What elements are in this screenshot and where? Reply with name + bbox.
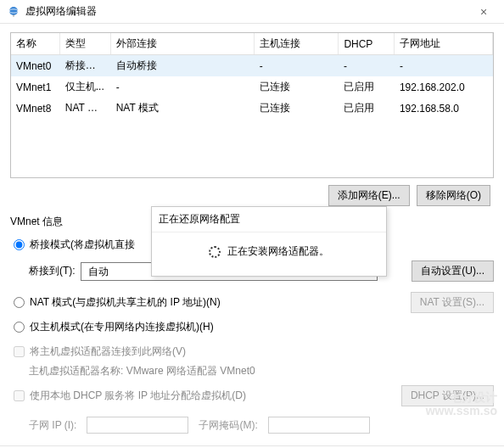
cell-ext: 自动桥接 [111, 55, 255, 77]
progress-title: 正在还原网络配置 [152, 207, 386, 232]
table-header-row: 名称类型外部连接主机连接DHCP子网地址 [11, 33, 493, 55]
remove-network-button[interactable]: 移除网络(O) [417, 185, 490, 206]
connect-host-checkbox [14, 346, 25, 357]
use-dhcp-label: 使用本地 DHCP 服务将 IP 地址分配给虚拟机(D) [30, 389, 246, 403]
table-header[interactable]: DHCP [339, 33, 395, 55]
progress-dialog: 正在还原网络配置 正在安装网络适配器。 [151, 206, 387, 277]
table-body: VMnet0桥接模式自动桥接---VMnet1仅主机...-已连接已启用192.… [11, 55, 493, 120]
titlebar: 虚拟网络编辑器 × [0, 0, 504, 24]
nat-radio[interactable] [14, 297, 25, 308]
cell-subnet: 192.168.202.0 [395, 76, 493, 98]
cell-host: 已连接 [255, 76, 339, 98]
cell-dhcp: - [339, 55, 395, 77]
close-icon[interactable]: × [470, 5, 497, 19]
cell-host: - [255, 55, 339, 77]
table-header[interactable]: 子网地址 [395, 33, 493, 55]
spinner-icon [209, 246, 221, 258]
dhcp-settings-button: DHCP 设置(P)... [401, 385, 494, 406]
table-row[interactable]: VMnet1仅主机...-已连接已启用192.168.202.0 [11, 76, 493, 98]
bridge-radio[interactable] [14, 239, 25, 250]
table-header[interactable]: 主机连接 [255, 33, 339, 55]
table-header[interactable]: 类型 [60, 33, 111, 55]
connect-host-row: 将主机虚拟适配器连接到此网络(V) [14, 344, 494, 359]
use-dhcp-row: 使用本地 DHCP 服务将 IP 地址分配给虚拟机(D) [14, 389, 246, 403]
nat-settings-button: NAT 设置(S)... [411, 292, 494, 313]
bridge-label: 桥接模式(将虚拟机直接 [30, 238, 135, 252]
cell-subnet: 192.168.58.0 [395, 98, 493, 119]
nat-radio-row[interactable]: NAT 模式(与虚拟机共享主机的 IP 地址)(N) [14, 295, 221, 310]
table-row[interactable]: VMnet0桥接模式自动桥接--- [11, 55, 493, 77]
table-header[interactable]: 外部连接 [111, 33, 255, 55]
cell-type: 桥接模式 [60, 55, 111, 77]
cell-name: VMnet0 [11, 55, 60, 77]
svg-rect-2 [14, 14, 14, 17]
network-actions: 添加网络(E)... 移除网络(O) [10, 185, 494, 206]
network-table: 名称类型外部连接主机连接DHCP子网地址 VMnet0桥接模式自动桥接---VM… [10, 32, 494, 178]
table-header[interactable]: 名称 [11, 33, 60, 55]
hostonly-radio[interactable] [14, 322, 25, 333]
cell-dhcp: 已启用 [339, 98, 395, 119]
adapter-name-text: 主机虚拟适配器名称: VMware 网络适配器 VMnet0 [29, 364, 494, 378]
bridge-radio-row[interactable]: 桥接模式(将虚拟机直接 [14, 238, 135, 252]
cell-name: VMnet1 [11, 76, 60, 98]
add-network-button[interactable]: 添加网络(E)... [328, 185, 410, 206]
table-row[interactable]: VMnet8NAT 模式NAT 模式已连接已启用192.168.58.0 [11, 98, 493, 119]
svg-point-0 [9, 7, 18, 15]
use-dhcp-checkbox [14, 390, 25, 401]
window-title: 虚拟网络编辑器 [25, 4, 470, 19]
hostonly-label: 仅主机模式(在专用网络内连接虚拟机)(H) [30, 320, 214, 334]
cell-type: NAT 模式 [60, 98, 111, 119]
app-icon [7, 5, 20, 19]
cell-ext: - [111, 76, 255, 98]
subnet-ip-label: 子网 IP (I): [29, 418, 76, 433]
subnet-mask-field [268, 417, 370, 434]
ip-row: 子网 IP (I): 子网掩码(M): [29, 417, 494, 434]
cell-subnet: - [395, 55, 493, 77]
nat-label: NAT 模式(与虚拟机共享主机的 IP 地址)(N) [30, 295, 221, 310]
subnet-mask-label: 子网掩码(M): [199, 418, 257, 433]
progress-text: 正在安装网络适配器。 [227, 244, 329, 259]
subnet-ip-field [87, 417, 188, 434]
cell-dhcp: 已启用 [339, 76, 395, 98]
cell-ext: NAT 模式 [111, 98, 255, 119]
auto-settings-button[interactable]: 自动设置(U)... [412, 260, 494, 282]
hostonly-radio-row[interactable]: 仅主机模式(在专用网络内连接虚拟机)(H) [14, 320, 494, 334]
bridge-to-label: 桥接到(T): [29, 264, 76, 278]
cell-name: VMnet8 [11, 98, 60, 119]
cell-type: 仅主机... [60, 76, 111, 98]
cell-host: 已连接 [255, 98, 339, 119]
connect-host-label: 将主机虚拟适配器连接到此网络(V) [30, 344, 186, 359]
